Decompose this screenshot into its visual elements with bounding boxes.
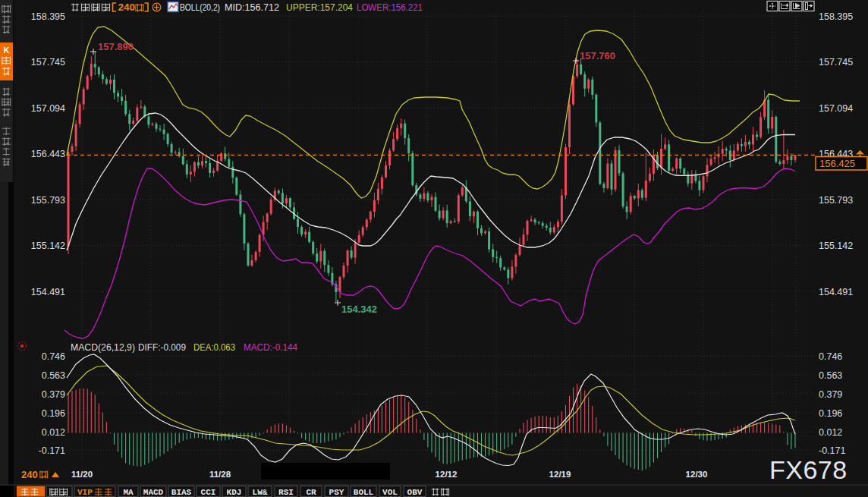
svg-text:0.196: 0.196 bbox=[819, 408, 842, 419]
svg-text:UPPER:157.204: UPPER:157.204 bbox=[286, 2, 353, 13]
svg-text:154.491: 154.491 bbox=[819, 287, 853, 297]
svg-text:154.342: 154.342 bbox=[341, 304, 377, 315]
svg-text:158.395: 158.395 bbox=[819, 11, 853, 22]
svg-text:12/12: 12/12 bbox=[436, 470, 458, 479]
svg-text:157.890: 157.890 bbox=[98, 41, 134, 52]
svg-text:12/19: 12/19 bbox=[549, 470, 571, 479]
svg-text:MID:156.712: MID:156.712 bbox=[225, 2, 279, 13]
svg-text:0.379: 0.379 bbox=[42, 389, 65, 400]
svg-text:BIAS: BIAS bbox=[171, 488, 192, 497]
svg-text:0.746: 0.746 bbox=[819, 351, 842, 362]
svg-text:157.094: 157.094 bbox=[819, 103, 853, 114]
svg-text:154.491: 154.491 bbox=[31, 287, 65, 297]
svg-text:VOL: VOL bbox=[382, 488, 398, 497]
svg-text:155.793: 155.793 bbox=[819, 195, 853, 206]
svg-text:11/28: 11/28 bbox=[209, 470, 231, 479]
svg-text:-0.171: -0.171 bbox=[819, 445, 845, 456]
svg-text:0.746: 0.746 bbox=[42, 351, 65, 362]
svg-text:LW&: LW& bbox=[253, 488, 268, 497]
svg-text:157.760: 157.760 bbox=[580, 50, 615, 61]
svg-text:155.142: 155.142 bbox=[819, 241, 853, 251]
svg-text:157.094: 157.094 bbox=[31, 103, 65, 114]
svg-text:0.012: 0.012 bbox=[42, 427, 65, 438]
svg-text:0.563: 0.563 bbox=[42, 370, 65, 381]
svg-text:155.142: 155.142 bbox=[31, 241, 65, 251]
svg-text:0.196: 0.196 bbox=[42, 408, 65, 419]
svg-text:BOLL: BOLL bbox=[354, 488, 374, 497]
svg-text:BOLL(20,2): BOLL(20,2) bbox=[180, 2, 220, 13]
svg-text:MACD: MACD bbox=[143, 488, 164, 497]
svg-text:0.563: 0.563 bbox=[819, 370, 842, 381]
svg-text:11/20: 11/20 bbox=[71, 470, 93, 479]
svg-text:K: K bbox=[4, 46, 10, 55]
svg-text:156.425: 156.425 bbox=[819, 158, 855, 169]
svg-text:PSY: PSY bbox=[329, 488, 344, 497]
svg-text:157.745: 157.745 bbox=[31, 57, 65, 68]
svg-text:LOWER:156.221: LOWER:156.221 bbox=[357, 2, 423, 13]
svg-text:MACD(26,12,9): MACD(26,12,9) bbox=[71, 341, 135, 353]
svg-text:0.012: 0.012 bbox=[819, 427, 842, 438]
svg-text:156.443: 156.443 bbox=[31, 149, 65, 159]
svg-text:KDJ: KDJ bbox=[227, 488, 242, 497]
svg-text:12/30: 12/30 bbox=[686, 470, 708, 479]
svg-text:DEA:0.063: DEA:0.063 bbox=[193, 341, 235, 353]
svg-text:RSI: RSI bbox=[278, 488, 294, 497]
svg-text:155.793: 155.793 bbox=[31, 195, 65, 206]
svg-text:MACD:-0.144: MACD:-0.144 bbox=[244, 341, 297, 353]
svg-text:FX678: FX678 bbox=[769, 455, 848, 484]
svg-text:-0.171: -0.171 bbox=[39, 445, 65, 456]
svg-text:240: 240 bbox=[118, 2, 136, 13]
svg-text:157.745: 157.745 bbox=[819, 57, 853, 68]
svg-text:DIFF:-0.009: DIFF:-0.009 bbox=[138, 341, 186, 353]
svg-text:VIP: VIP bbox=[77, 488, 93, 497]
svg-text:CR: CR bbox=[306, 488, 316, 497]
svg-text:OBV: OBV bbox=[407, 488, 423, 497]
svg-text:MA: MA bbox=[123, 488, 134, 497]
svg-text:CCI: CCI bbox=[201, 488, 216, 497]
svg-text:240: 240 bbox=[21, 469, 38, 480]
svg-text:0.379: 0.379 bbox=[819, 389, 842, 400]
svg-text:158.395: 158.395 bbox=[31, 11, 65, 22]
